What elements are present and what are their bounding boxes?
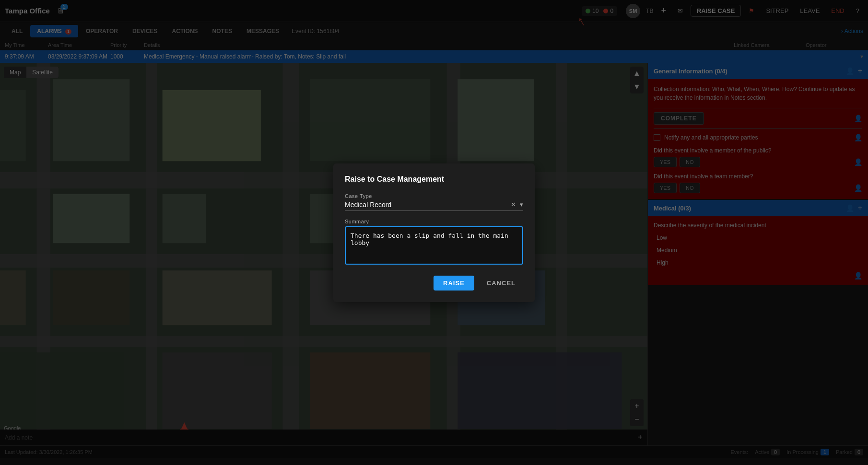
case-type-row: Medical Record ✕ ▾ xyxy=(345,201,523,211)
modal-title: Raise to Case Management xyxy=(345,175,523,184)
case-type-label: Case Type xyxy=(345,193,523,199)
clear-icon[interactable]: ✕ xyxy=(511,201,516,208)
case-type-value: Medical Record xyxy=(345,201,511,209)
modal-overlay[interactable]: Raise to Case Management Case Type Medic… xyxy=(0,0,868,465)
case-type-controls: ✕ ▾ xyxy=(511,201,523,208)
chevron-down-icon[interactable]: ▾ xyxy=(520,201,523,208)
modal-actions: RAISE CANCEL xyxy=(345,276,523,291)
summary-label: Summary xyxy=(345,219,523,224)
raise-button[interactable]: RAISE xyxy=(434,276,474,291)
raise-case-modal: Raise to Case Management Case Type Medic… xyxy=(333,163,535,302)
summary-textarea[interactable] xyxy=(345,226,523,265)
cancel-button[interactable]: CANCEL xyxy=(479,276,523,291)
